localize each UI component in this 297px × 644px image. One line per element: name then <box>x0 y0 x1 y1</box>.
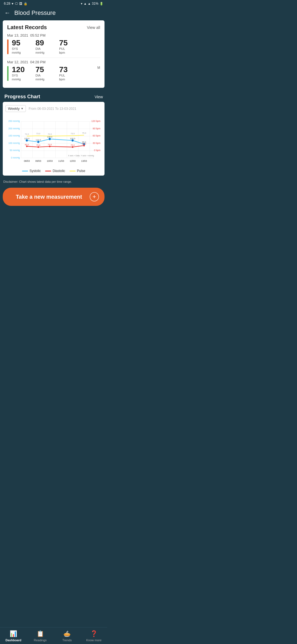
svg-text:75.0: 75.0 <box>71 144 75 147</box>
latest-records-card: Latest Records View all Mar 13, 2021 05:… <box>3 20 105 88</box>
record-row-1: Mar 13, 2021 05:52 PM 95 SYSmmHg 89 DIAm… <box>7 33 100 55</box>
record-divider <box>7 58 100 58</box>
diastolic-line-icon <box>45 171 51 171</box>
heart-icon: ♥ <box>12 2 13 5</box>
svg-text:130.0: 130.0 <box>47 136 52 138</box>
chart-range: From 06-03-2021 To 13-03-2021 <box>29 107 76 111</box>
record-values-2: 120 SYSmmHg 75 DIAmmHg 73 PULbpm M <box>7 66 100 81</box>
svg-text:60 bpm: 60 bpm <box>93 135 100 137</box>
chart-container: 250 mmHg 200 mmHg 150 mmHg 100 mmHg 50 m… <box>6 114 102 167</box>
diastolic-legend-label: Diastolic <box>53 169 65 173</box>
chart-view-link[interactable]: View <box>95 95 103 99</box>
image-icon: 🖼 <box>19 2 22 5</box>
progress-chart-title: Progress Chart <box>4 94 40 100</box>
svg-text:72.0: 72.0 <box>48 133 52 135</box>
record-bar-2 <box>7 66 9 81</box>
view-all-link[interactable]: View all <box>87 25 100 30</box>
svg-text:250 mmHg: 250 mmHg <box>8 120 20 123</box>
svg-text:85.0: 85.0 <box>82 143 86 145</box>
record-values-1: 95 SYSmmHg 89 DIAmmHg 75 PULbpm <box>7 39 100 55</box>
svg-text:75.0: 75.0 <box>82 132 86 134</box>
sys-stat-2: 120 SYSmmHg <box>12 66 31 81</box>
back-button[interactable]: ← <box>4 9 10 17</box>
legend-systolic: Systolic <box>22 169 41 173</box>
progress-chart-header: Progress Chart View <box>0 91 107 102</box>
status-time: 6:28 <box>4 2 10 6</box>
svg-text:0 bpm: 0 bpm <box>94 149 101 152</box>
dropdown-arrow-icon: ▼ <box>21 107 23 110</box>
latest-records-header: Latest Records View all <box>7 24 100 31</box>
record-bar-1 <box>7 39 9 54</box>
latest-records-title: Latest Records <box>7 24 47 31</box>
pul-stat-1: 75 PULbpm <box>59 39 78 55</box>
new-measurement-button[interactable]: Take a new measurement + <box>3 188 105 206</box>
svg-text:X axis = Date, Y axis = mmHg: X axis = Date, Y axis = mmHg <box>68 155 94 157</box>
dia-stat-2: 75 DIAmmHg <box>35 66 55 81</box>
svg-text:08/03: 08/03 <box>24 160 30 162</box>
svg-text:73.0: 73.0 <box>71 132 75 135</box>
lock-icon: 🔒 <box>24 2 28 6</box>
chart-svg: 250 mmHg 200 mmHg 150 mmHg 100 mmHg 50 m… <box>6 114 102 166</box>
page-title: Blood Pressure <box>14 9 56 17</box>
svg-point-25 <box>37 141 39 143</box>
chart-card: Weekly ▼ From 06-03-2021 To 13-03-2021 2… <box>3 102 105 176</box>
svg-text:75.0: 75.0 <box>36 144 40 147</box>
record-date-2: Mar 12, 2021 04:28 PM <box>7 60 100 64</box>
svg-text:200 mmHg: 200 mmHg <box>8 127 20 130</box>
chart-controls: Weekly ▼ From 06-03-2021 To 13-03-2021 <box>6 105 102 112</box>
svg-text:72.0: 72.0 <box>25 133 29 135</box>
svg-text:30 bpm: 30 bpm <box>93 142 100 144</box>
svg-text:11/03: 11/03 <box>58 160 64 162</box>
legend-diastolic: Diastolic <box>45 169 65 173</box>
systolic-legend-label: Systolic <box>29 169 41 173</box>
svg-text:73.0: 73.0 <box>36 132 40 135</box>
svg-text:150 mmHg: 150 mmHg <box>8 135 20 137</box>
wifi-icon: ▾ <box>81 2 82 6</box>
chart-legend: Systolic Diastolic Pulse <box>6 169 102 173</box>
status-right: ▾ ▲ ▲ 31% 🔋 <box>81 2 103 6</box>
pulse-line-icon <box>70 171 76 171</box>
svg-text:0 mmHg: 0 mmHg <box>11 156 20 159</box>
svg-text:13/03: 13/03 <box>81 160 87 162</box>
svg-point-31 <box>49 146 51 147</box>
svg-text:120 bpm: 120 bpm <box>91 120 100 123</box>
svg-text:110.0: 110.0 <box>36 139 41 141</box>
screen-icon: 🖵 <box>15 2 18 5</box>
dia-stat-1: 89 DIAmmHg <box>35 39 55 55</box>
svg-text:100 mmHg: 100 mmHg <box>8 142 20 144</box>
svg-text:80.0: 80.0 <box>25 143 29 146</box>
status-bar: 6:28 ♥ 🖵 🖼 🔒 ▾ ▲ ▲ 31% 🔋 <box>0 0 107 7</box>
signal-icon: ▲ <box>84 2 87 5</box>
svg-point-26 <box>49 138 51 140</box>
signal2-icon: ▲ <box>88 2 91 5</box>
svg-text:50 mmHg: 50 mmHg <box>10 149 20 152</box>
systolic-line-icon <box>22 171 28 171</box>
status-left: 6:28 ♥ 🖵 🖼 🔒 <box>4 2 28 6</box>
svg-text:12/03: 12/03 <box>70 160 76 162</box>
disclaimer-text: Disclaimer: Chart shows latest data per … <box>0 178 107 185</box>
record-row-2: Mar 12, 2021 04:28 PM 120 SYSmmHg 75 DIA… <box>7 60 100 81</box>
battery-icon: 🔋 <box>100 2 103 6</box>
svg-text:120.0: 120.0 <box>70 137 75 140</box>
pulse-legend-label: Pulse <box>77 169 85 173</box>
sys-stat-1: 95 SYSmmHg <box>12 39 31 55</box>
svg-text:79.0: 79.0 <box>48 143 52 146</box>
page-header: ← Blood Pressure <box>0 7 107 20</box>
svg-point-33 <box>83 145 85 146</box>
svg-text:10/03: 10/03 <box>47 160 53 162</box>
svg-text:90 bpm: 90 bpm <box>93 127 100 130</box>
svg-text:120.0: 120.0 <box>24 137 29 140</box>
record-date-1: Mar 13, 2021 05:52 PM <box>7 33 100 37</box>
battery-percent: 31% <box>92 2 98 6</box>
legend-pulse: Pulse <box>70 169 85 173</box>
weekly-dropdown[interactable]: Weekly ▼ <box>6 105 26 112</box>
cta-plus-icon: + <box>90 192 99 201</box>
pul-stat-2: 73 PULbpm <box>59 66 78 81</box>
cta-label: Take a new measurement <box>8 194 90 200</box>
svg-text:09/03: 09/03 <box>35 160 42 162</box>
